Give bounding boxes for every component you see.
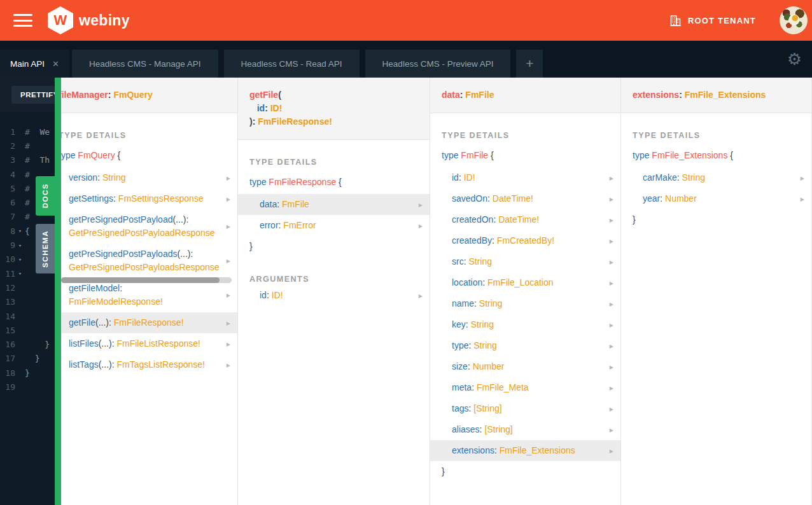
tenant-selector[interactable]: ROOT TENANT <box>669 14 756 27</box>
doc-field-row[interactable]: src: String▶ <box>430 251 620 272</box>
editor-line: 17 } <box>0 352 55 366</box>
type-declaration[interactable]: type FmFile_Extensions { <box>621 141 811 167</box>
fold-triangle-down-icon[interactable]: ▾ <box>15 256 25 263</box>
type-link[interactable]: FmFile <box>465 90 494 100</box>
doc-field-row[interactable]: getFileModel: FmFileModelResponse!▶ <box>61 278 237 312</box>
field-name: getFileModel <box>69 283 120 293</box>
gear-icon[interactable]: ⚙ <box>787 51 802 67</box>
workspace: PRETTIFY 1# We2#3# Th4#5#6#7#8▾{9▾10▾11▾… <box>0 78 812 505</box>
doc-field-row[interactable]: getPreSignedPostPayloads(...): GetPreSig… <box>61 244 237 278</box>
add-tab-button[interactable]: + <box>516 50 543 78</box>
doc-column-header: getFile( id: ID!): FmFileResponse! <box>238 78 430 140</box>
field-args: (...) <box>177 249 190 259</box>
doc-field-row[interactable]: key: String▶ <box>430 314 620 335</box>
doc-field-row[interactable]: id: ID!▶ <box>430 167 620 188</box>
type-declaration[interactable]: type FmFileResponse { <box>238 168 430 194</box>
editor-line: 2# <box>0 139 55 153</box>
logo-letter: W <box>54 12 67 29</box>
prettify-button[interactable]: PRETTIFY <box>11 86 55 104</box>
fold-triangle-down-icon[interactable]: ▾ <box>15 228 25 234</box>
field-type: FmFileModelResponse! <box>69 296 163 307</box>
expand-arrow-icon: ▶ <box>227 254 230 268</box>
line-number: 3 <box>0 155 15 165</box>
doc-field-row[interactable]: version: String▶ <box>61 167 237 188</box>
doc-field-row[interactable]: getFile(...): FmFileResponse!▶ <box>61 312 237 333</box>
line-number: 19 <box>0 382 15 392</box>
field-name: error <box>260 220 279 230</box>
type-link[interactable]: ID! <box>270 103 283 113</box>
tenant-label: ROOT TENANT <box>688 16 756 25</box>
field-name: getPreSignedPostPayloads <box>69 249 177 259</box>
doc-field-row[interactable]: year: Number▶ <box>621 188 811 209</box>
menu-icon[interactable] <box>13 14 32 27</box>
type-link[interactable]: FmFileResponse! <box>258 116 332 127</box>
doc-field-row[interactable]: size: Number▶ <box>430 356 620 377</box>
editor-line: 3# Th <box>0 153 55 167</box>
field-type: String <box>471 319 494 329</box>
type-declaration[interactable]: type FmFile { <box>430 141 620 167</box>
expand-arrow-icon: ▶ <box>610 339 613 352</box>
doc-field-row[interactable]: createdBy: FmCreatedBy!▶ <box>430 230 620 251</box>
expand-arrow-icon: ▶ <box>610 234 613 247</box>
doc-field-row[interactable]: listTags(...): FmTagsListResponse!▶ <box>61 354 237 375</box>
expand-arrow-icon: ▶ <box>419 198 423 211</box>
field-type: GetPreSignedPostPayloadsResponse <box>69 262 220 272</box>
tab-docs[interactable]: DOCS <box>36 176 55 216</box>
close-icon[interactable]: ✕ <box>52 59 59 69</box>
tab-headless-cms-preview-api[interactable]: Headless CMS - Preview API <box>365 50 511 78</box>
doc-field-row[interactable]: error: FmError▶ <box>238 215 430 236</box>
doc-field-row[interactable]: carMake: String▶ <box>621 167 811 188</box>
avatar[interactable] <box>780 6 808 34</box>
field-name: data <box>260 199 277 209</box>
type-declaration[interactable]: type FmQuery { <box>61 141 237 167</box>
tab-main-api[interactable]: Main API✕ <box>0 50 69 78</box>
doc-field-row[interactable]: savedOn: DateTime!▶ <box>430 188 620 209</box>
webiny-logo[interactable]: W webiny <box>48 6 130 34</box>
field-type: FmError <box>283 220 316 230</box>
field-args: (...) <box>172 214 186 225</box>
fold-triangle-down-icon[interactable]: ▾ <box>15 242 25 249</box>
expand-arrow-icon: ▶ <box>227 337 230 350</box>
expand-arrow-icon: ▶ <box>227 171 230 184</box>
doc-field-row[interactable]: data: FmFile▶ <box>238 194 430 215</box>
field-name: type <box>452 340 468 350</box>
docs-panel-edge[interactable] <box>55 78 61 505</box>
type-link[interactable]: FmFile_Extensions <box>685 90 766 100</box>
field-name: aliases <box>452 424 480 434</box>
doc-field-row[interactable]: createdOn: DateTime!▶ <box>430 209 620 230</box>
field-name: year <box>643 193 660 204</box>
doc-field-row[interactable]: listFiles(...): FmFileListResponse!▶ <box>61 333 237 354</box>
doc-field-row[interactable]: location: FmFile_Location▶ <box>430 272 620 293</box>
field-name: version <box>69 172 97 183</box>
scrollbar-thumb[interactable] <box>61 277 220 283</box>
horizontal-scrollbar[interactable] <box>61 277 232 283</box>
doc-field-row[interactable]: id: ID!▶ <box>238 285 430 306</box>
field-type: ID! <box>464 172 475 183</box>
doc-field-row[interactable]: name: String▶ <box>430 293 620 314</box>
field-type: String <box>473 340 497 350</box>
fold-triangle-down-icon[interactable]: ▾ <box>15 270 25 277</box>
field-name: location <box>452 277 482 287</box>
section-title: TYPE DETAILS <box>621 131 811 140</box>
tab-headless-cms-manage-api[interactable]: Headless CMS - Manage API <box>72 50 218 78</box>
field-args: (...) <box>99 338 112 349</box>
query-editor[interactable]: PRETTIFY 1# We2#3# Th4#5#6#7#8▾{9▾10▾11▾… <box>0 78 55 505</box>
tab-schema-label: SCHEMA <box>41 230 49 268</box>
doc-field-row[interactable]: getPreSignedPostPayload(...): GetPreSign… <box>61 209 237 244</box>
type-link[interactable]: FmQuery <box>113 90 152 100</box>
doc-field-row[interactable]: type: String▶ <box>430 335 620 356</box>
doc-field-row[interactable]: getSettings: FmSettingsResponse▶ <box>61 188 237 209</box>
field-name: getFile <box>69 317 95 328</box>
tab-schema[interactable]: SCHEMA <box>36 224 55 273</box>
doc-field-row[interactable]: tags: [String]▶ <box>430 398 620 419</box>
doc-field-row[interactable]: aliases: [String]▶ <box>430 419 620 440</box>
expand-arrow-icon: ▶ <box>419 289 423 302</box>
doc-field-row[interactable]: meta: FmFile_Meta▶ <box>430 377 620 398</box>
editor-line: 19 <box>0 380 55 394</box>
tab-headless-cms-read-api[interactable]: Headless CMS - Read API <box>224 50 360 78</box>
line-number: 2 <box>0 141 15 151</box>
top-app-bar: W webiny ROOT TENANT <box>0 0 812 41</box>
webiny-logo-mark: W <box>48 6 73 34</box>
doc-field-row[interactable]: extensions: FmFile_Extensions▶ <box>430 440 620 461</box>
line-number: 6 <box>0 198 15 207</box>
